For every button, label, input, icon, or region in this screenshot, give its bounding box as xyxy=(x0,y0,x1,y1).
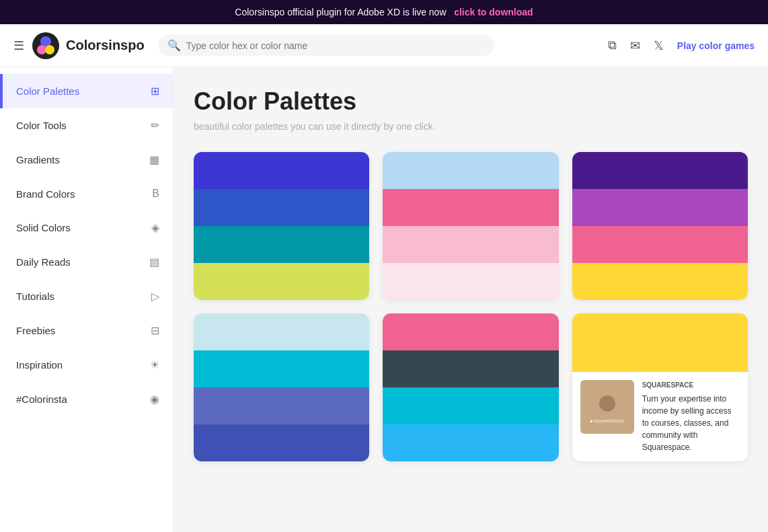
top-banner: Colorsinspo official plugin for Adobe XD… xyxy=(0,0,768,24)
logo[interactable]: Colorsinspo xyxy=(32,32,145,59)
banner-link[interactable]: click to download xyxy=(454,7,533,17)
swatch-2 xyxy=(194,350,369,387)
logo-icon xyxy=(32,32,59,59)
sidebar-icon: ▦ xyxy=(149,153,159,166)
page-subtitle: beautiful color palettes you can use it … xyxy=(194,121,748,132)
sidebar-label: Color Tools xyxy=(16,120,67,131)
sidebar-icon: ☀ xyxy=(150,358,159,371)
palette-swatches xyxy=(383,152,558,300)
sidebar-item-freebies[interactable]: Freebies ⊟ xyxy=(0,313,173,348)
sidebar-icon: ⊟ xyxy=(151,324,159,337)
sidebar-label: Color Palettes xyxy=(16,85,79,97)
swatch-1 xyxy=(383,313,558,350)
search-input[interactable] xyxy=(186,40,485,51)
swatch-1 xyxy=(194,152,369,189)
logo-text: Colorsinspo xyxy=(66,38,145,53)
sidebar-item-tutorials[interactable]: Tutorials ▷ xyxy=(0,279,173,313)
sidebar-label: Tutorials xyxy=(16,291,54,302)
svg-point-2 xyxy=(37,45,46,54)
sidebar-label: Inspiration xyxy=(16,359,63,371)
swatch-1 xyxy=(194,313,369,350)
palette-card-2[interactable] xyxy=(383,152,558,300)
sidebar-item-daily-reads[interactable]: Daily Reads ▤ xyxy=(0,245,173,279)
palette-card-3[interactable] xyxy=(572,152,748,300)
squarespace-logo: SQUARESPACE xyxy=(642,380,740,390)
sidebar-item-colorinsta[interactable]: #Colorinsta ◉ xyxy=(0,382,173,416)
swatch-3 xyxy=(383,226,558,263)
sidebar-icon: ◉ xyxy=(150,393,159,406)
swatch-4 xyxy=(383,424,558,461)
sidebar-label: Solid Colors xyxy=(16,222,71,233)
swatch-2 xyxy=(194,189,369,226)
sidebar-icon: ▷ xyxy=(151,290,159,303)
palette-card-1[interactable] xyxy=(194,152,369,300)
swatch-3 xyxy=(383,387,558,424)
banner-text: Colorsinspo official plugin for Adobe XD… xyxy=(235,7,446,17)
sidebar-item-solid-colors[interactable]: Solid Colors ◈ xyxy=(0,211,173,245)
svg-text:■ SQUARESPACE: ■ SQUARESPACE xyxy=(590,419,624,423)
swatch-2 xyxy=(383,350,558,387)
swatch-3 xyxy=(194,226,369,263)
swatch-4 xyxy=(572,263,748,300)
sidebar-item-brand-colors[interactable]: Brand Colors B xyxy=(0,177,173,211)
sidebar-label: Freebies xyxy=(16,325,55,336)
header: ☰ Colorsinspo 🔍 ⧉ ✉ 𝕏 Play color games xyxy=(0,24,768,67)
swatch-4 xyxy=(194,424,369,461)
palette-swatches xyxy=(194,313,369,461)
ad-thumbnail: ■ SQUARESPACE xyxy=(580,380,634,434)
sidebar-item-color-tools[interactable]: Color Tools ✏ xyxy=(0,108,173,143)
sidebar-label: Daily Reads xyxy=(16,256,71,268)
sidebar: Color Palettes ⊞ Color Tools ✏ Gradients… xyxy=(0,67,174,532)
swatch-2 xyxy=(572,189,748,226)
palette-swatches xyxy=(572,152,748,300)
figma-icon[interactable]: ⧉ xyxy=(608,38,617,52)
sidebar-item-gradients[interactable]: Gradients ▦ xyxy=(0,143,173,177)
swatch-3 xyxy=(572,226,748,263)
page-title: Color Palettes xyxy=(194,87,748,116)
sidebar-label: Gradients xyxy=(16,154,60,165)
menu-icon[interactable]: ☰ xyxy=(13,38,24,53)
sidebar-label: #Colorinsta xyxy=(16,393,67,405)
swatch-1 xyxy=(572,152,748,189)
svg-point-3 xyxy=(45,45,54,54)
main-content: Color Palettes beautiful color palettes … xyxy=(174,67,768,532)
twitter-icon[interactable]: 𝕏 xyxy=(654,38,664,53)
ad-overlay: ■ SQUARESPACE SQUARESPACE Turn your expe… xyxy=(572,372,748,461)
search-icon: 🔍 xyxy=(167,39,181,52)
palette-swatches xyxy=(383,313,558,461)
sidebar-icon: ▤ xyxy=(149,256,159,268)
sidebar-item-color-palettes[interactable]: Color Palettes ⊞ xyxy=(0,74,173,108)
sidebar-item-inspiration[interactable]: Inspiration ☀ xyxy=(0,348,173,382)
ad-text: SQUARESPACE Turn your expertise into inc… xyxy=(642,380,740,453)
swatch-4 xyxy=(383,263,558,300)
email-icon[interactable]: ✉ xyxy=(630,38,640,53)
sidebar-icon: B xyxy=(152,188,159,200)
svg-point-5 xyxy=(599,395,615,412)
swatch-3 xyxy=(194,387,369,424)
ad-card: ■ SQUARESPACE SQUARESPACE Turn your expe… xyxy=(572,313,748,461)
play-games-button[interactable]: Play color games xyxy=(677,40,755,51)
sidebar-label: Brand Colors xyxy=(16,188,75,200)
palette-card-4[interactable] xyxy=(194,313,369,461)
sidebar-icon: ⊞ xyxy=(151,85,159,98)
swatch-2 xyxy=(383,189,558,226)
swatch-1 xyxy=(383,152,558,189)
palette-swatches xyxy=(194,152,369,300)
layout: Color Palettes ⊞ Color Tools ✏ Gradients… xyxy=(0,67,768,532)
swatch-4 xyxy=(194,263,369,300)
palette-card-5[interactable] xyxy=(383,313,558,461)
sidebar-icon: ◈ xyxy=(151,221,159,234)
sidebar-icon: ✏ xyxy=(151,119,159,132)
search-bar[interactable]: 🔍 xyxy=(158,35,494,56)
header-icons: ⧉ ✉ 𝕏 Play color games xyxy=(608,38,755,53)
palette-grid: ■ SQUARESPACE SQUARESPACE Turn your expe… xyxy=(194,152,748,461)
